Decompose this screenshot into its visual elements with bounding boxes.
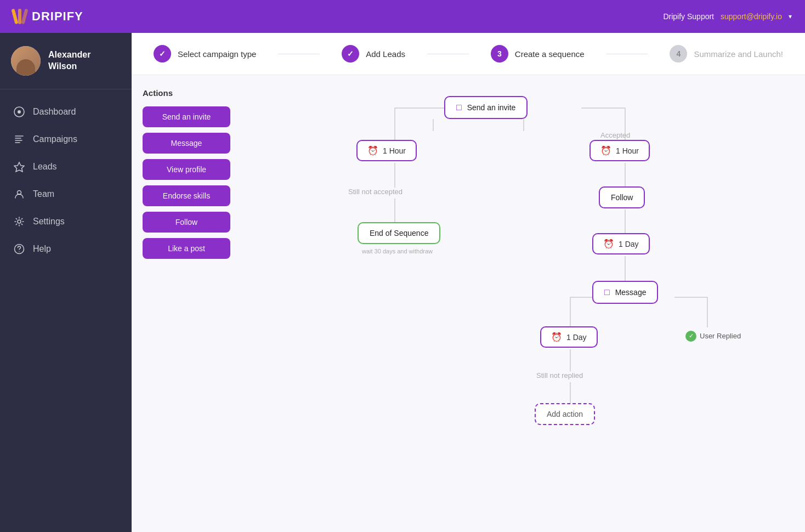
help-label: Help: [33, 244, 51, 254]
action-message[interactable]: Message: [143, 133, 230, 154]
action-like-post[interactable]: Like a post: [143, 238, 230, 259]
follow-label: Follow: [611, 193, 633, 202]
sidebar-item-leads[interactable]: Leads: [0, 153, 132, 180]
action-follow[interactable]: Follow: [143, 212, 230, 233]
wait-label: wait 30 days and withdraw: [362, 248, 433, 254]
action-view-profile[interactable]: View profile: [143, 159, 230, 180]
step-2-label: Add Leads: [366, 49, 405, 59]
step-separator-3: [606, 54, 648, 54]
sidebar: AlexanderWilson Dashboard Campaigns: [0, 33, 132, 532]
message-icon: □: [604, 287, 610, 297]
avatar: [11, 46, 41, 76]
day-1-label: 1 Day: [619, 240, 639, 248]
user-replied-label: User Replied: [700, 332, 741, 340]
user-section: AlexanderWilson: [0, 33, 132, 89]
message-label: Message: [615, 288, 647, 297]
user-name: AlexanderWilson: [48, 49, 90, 72]
logo-text: DRIPIFY: [32, 9, 83, 24]
campaigns-label: Campaigns: [33, 134, 77, 144]
svg-point-4: [18, 220, 21, 223]
svg-marker-2: [14, 162, 24, 172]
message-square-icon: □: [456, 103, 462, 112]
send-invite-label: Send an invite: [467, 103, 516, 112]
main-layout: AlexanderWilson Dashboard Campaigns: [0, 33, 805, 532]
add-action-label: Add action: [547, 410, 583, 418]
flow-connectors: [263, 92, 757, 532]
steps-bar: ✓ Select campaign type ✓ Add Leads 3 Cre…: [132, 33, 805, 75]
node-send-invite[interactable]: □ Send an invite: [444, 96, 528, 119]
node-day-2[interactable]: ⏰ 1 Day: [540, 326, 598, 348]
action-endorse-skills[interactable]: Endorse skills: [143, 185, 230, 206]
dashboard-icon: [13, 106, 25, 118]
node-add-action[interactable]: Add action: [535, 403, 595, 425]
flow-canvas: □ Send an invite ⏰ 1 Hour Still not acce…: [241, 75, 805, 532]
step-4: 4 Summarize and Launch!: [670, 45, 783, 63]
step-4-label: Summarize and Launch!: [694, 49, 783, 59]
node-hour-1[interactable]: ⏰ 1 Hour: [356, 140, 417, 161]
flow-wrapper: □ Send an invite ⏰ 1 Hour Still not acce…: [263, 92, 757, 532]
step-3-circle: 3: [491, 45, 508, 63]
action-send-invite[interactable]: Send an invite: [143, 106, 230, 127]
content-area: ✓ Select campaign type ✓ Add Leads 3 Cre…: [132, 33, 805, 532]
day-2-label: 1 Day: [566, 333, 587, 342]
logo: DRIPIFY: [13, 9, 83, 24]
leads-label: Leads: [33, 162, 57, 172]
step-1: ✓ Select campaign type: [154, 45, 256, 63]
node-hour-2[interactable]: ⏰ 1 Hour: [589, 140, 650, 161]
dashboard-label: Dashboard: [33, 107, 76, 117]
step-4-circle: 4: [670, 45, 687, 63]
settings-label: Settings: [33, 217, 65, 227]
step-3: 3 Create a sequence: [491, 45, 585, 63]
accepted-label: Accepted: [600, 131, 630, 139]
support-label: Dripify Support: [663, 12, 714, 21]
settings-icon: [13, 216, 25, 228]
end-sequence-label: End of Sequence: [370, 229, 428, 237]
sidebar-item-settings[interactable]: Settings: [0, 208, 132, 235]
svg-point-1: [18, 110, 21, 114]
step-separator-1: [278, 54, 320, 54]
clock-icon-1: ⏰: [367, 145, 378, 156]
team-icon: [13, 188, 25, 200]
hour-2-label: 1 Hour: [616, 146, 639, 155]
team-label: Team: [33, 189, 54, 199]
step-3-label: Create a sequence: [515, 49, 585, 59]
step-1-label: Select campaign type: [178, 49, 256, 59]
node-day-1[interactable]: ⏰ 1 Day: [592, 233, 650, 254]
still-not-accepted-label: Still not accepted: [348, 188, 402, 196]
campaigns-icon: [13, 133, 25, 145]
actions-title: Actions: [143, 88, 230, 98]
node-message[interactable]: □ Message: [592, 281, 658, 304]
sidebar-item-help[interactable]: Help: [0, 235, 132, 263]
topbar: DRIPIFY Dripify Support support@dripify.…: [0, 0, 805, 33]
node-end-sequence: End of Sequence: [358, 222, 440, 244]
step-2-circle: ✓: [342, 45, 359, 63]
help-icon: [13, 243, 25, 255]
sidebar-item-team[interactable]: Team: [0, 180, 132, 208]
step-separator-2: [427, 54, 469, 54]
sequence-area: Actions Send an invite Message View prof…: [132, 75, 805, 532]
account-chevron-icon[interactable]: ▾: [789, 13, 792, 20]
clock-icon-2: ⏰: [600, 145, 611, 156]
step-1-circle: ✓: [154, 45, 171, 63]
clock-icon-3: ⏰: [603, 239, 614, 249]
sidebar-item-campaigns[interactable]: Campaigns: [0, 126, 132, 153]
actions-panel: Actions Send an invite Message View prof…: [132, 75, 241, 532]
logo-icon: [13, 9, 26, 24]
node-user-replied: ✓ User Replied: [685, 330, 741, 342]
check-green-icon: ✓: [685, 331, 696, 342]
support-email[interactable]: support@dripify.io: [721, 12, 782, 21]
leads-icon: [13, 161, 25, 173]
svg-point-6: [19, 251, 20, 252]
sidebar-item-dashboard[interactable]: Dashboard: [0, 98, 132, 126]
topbar-right: Dripify Support support@dripify.io ▾: [663, 12, 792, 21]
clock-icon-4: ⏰: [551, 332, 562, 342]
node-follow[interactable]: Follow: [599, 186, 645, 208]
step-2: ✓ Add Leads: [342, 45, 405, 63]
still-not-replied-label: Still not replied: [536, 371, 583, 380]
hour-1-label: 1 Hour: [383, 146, 406, 155]
